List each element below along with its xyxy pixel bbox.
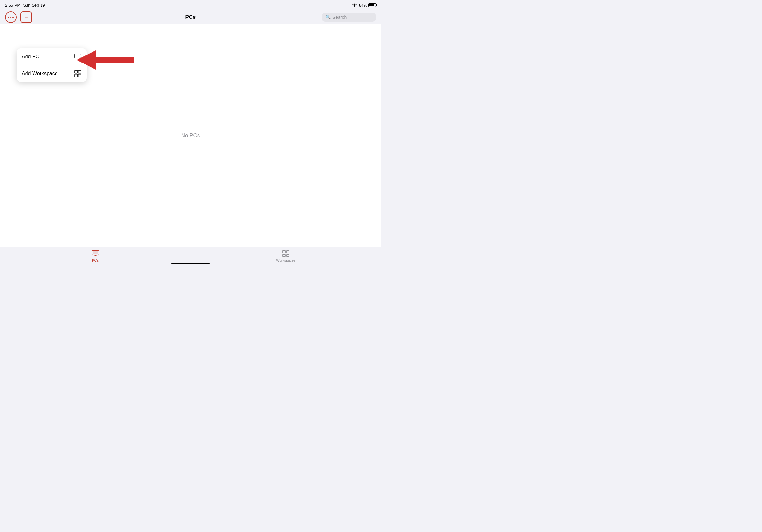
workspaces-tab-label: Workspaces [276, 258, 295, 262]
pcs-tab-icon [92, 250, 99, 257]
svg-rect-5 [79, 71, 81, 73]
main-content: No PCs Add PC Add Workspace [0, 24, 381, 247]
wifi-icon [352, 3, 357, 7]
battery-percent: 84% [359, 3, 367, 8]
time-label: 2:55 PM [5, 3, 21, 8]
search-icon: 🔍 [326, 15, 331, 20]
add-button[interactable]: + [21, 12, 32, 23]
battery-icon [368, 3, 376, 7]
workspaces-tab-icon [282, 250, 290, 257]
pcs-tab-label: PCs [92, 258, 99, 262]
tab-bar: PCs Workspaces [0, 247, 381, 266]
add-pc-label: Add PC [22, 54, 39, 60]
status-right: 84% [352, 3, 376, 8]
svg-rect-13 [283, 250, 285, 253]
status-bar: 2:55 PM Sun Sep 19 84% [0, 0, 381, 10]
add-workspace-menu-item[interactable]: Add Workspace [17, 65, 87, 82]
dot1 [8, 17, 9, 18]
battery-container: 84% [359, 3, 376, 8]
svg-rect-15 [283, 254, 285, 257]
svg-marker-8 [77, 50, 134, 70]
red-arrow-annotation [77, 50, 134, 71]
svg-rect-6 [75, 74, 78, 77]
svg-rect-4 [75, 71, 78, 73]
svg-rect-7 [79, 74, 81, 77]
svg-rect-14 [286, 250, 289, 253]
home-indicator [171, 263, 210, 264]
nav-bar: + PCs 🔍 Search [0, 10, 381, 24]
add-workspace-label: Add Workspace [22, 71, 58, 77]
dot2 [10, 17, 12, 18]
search-bar[interactable]: 🔍 Search [322, 13, 376, 22]
workspace-icon [74, 70, 82, 78]
nav-left: + [5, 12, 32, 23]
date-label: Sun Sep 19 [23, 3, 45, 8]
status-left: 2:55 PM Sun Sep 19 [5, 3, 45, 8]
dropdown-menu: Add PC Add Workspace [17, 48, 87, 82]
search-placeholder: Search [333, 15, 346, 20]
svg-rect-16 [286, 254, 289, 257]
dot3 [12, 17, 14, 18]
add-pc-menu-item[interactable]: Add PC [17, 48, 87, 65]
svg-rect-12 [93, 251, 98, 254]
tab-pcs[interactable]: PCs [0, 250, 190, 263]
empty-state-label: No PCs [181, 132, 200, 139]
more-options-button[interactable] [5, 12, 17, 23]
tab-workspaces[interactable]: Workspaces [190, 250, 381, 263]
page-title: PCs [185, 14, 195, 21]
